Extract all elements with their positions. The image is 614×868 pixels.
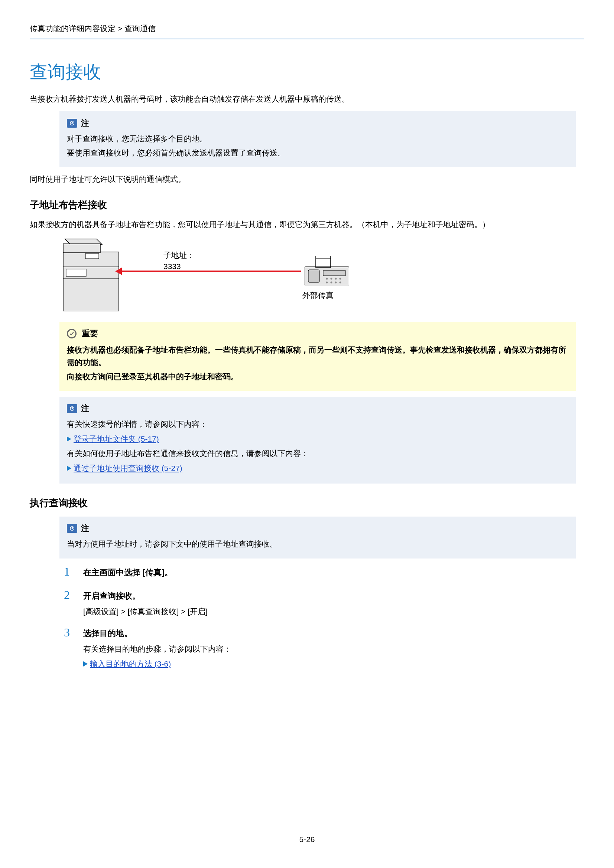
- svg-point-18: [331, 282, 333, 284]
- svg-rect-10: [316, 256, 331, 268]
- intro-paragraph: 当接收方机器拨打发送人机器的号码时，该功能会自动触发存储在发送人机器中原稿的传送…: [30, 93, 584, 105]
- svg-point-17: [326, 282, 328, 284]
- note-line: 有关如何使用子地址布告栏通信来接收文件的信息，请参阅以下内容：: [67, 447, 568, 460]
- note-line: 当对方使用子地址时，请参阅下文中的使用子地址查询接收。: [67, 538, 568, 550]
- subaddress-label: 子地址： 3333: [163, 250, 194, 272]
- step: 3 选择目的地。 有关选择目的地的步骤，请参阅以下内容： 输入目的地的方法 (3…: [59, 626, 584, 672]
- step: 1 在主画面中选择 [传真]。: [59, 565, 584, 582]
- important-icon: [67, 329, 76, 338]
- note-icon: [67, 119, 77, 128]
- link-subaddress-box[interactable]: 登录子地址文件夹 (5-17): [73, 433, 159, 445]
- svg-point-15: [335, 278, 337, 280]
- note-title: 注: [81, 116, 89, 130]
- page-number: 5-26: [0, 833, 614, 846]
- step: 2 开启查询接收。 [高级设置] > [传真查询接收] > [开启]: [59, 589, 584, 619]
- important-line: 向接收方询问已登录至其机器中的子地址和密码。: [67, 370, 568, 383]
- external-fax-label: 外部传真: [302, 289, 334, 302]
- note-box: 注 有关快速拨号的详情，请参阅以下内容： 登录子地址文件夹 (5-17) 有关如…: [59, 397, 576, 484]
- svg-rect-3: [63, 244, 100, 253]
- svg-rect-6: [66, 269, 86, 276]
- paragraph: 如果接收方的机器具备子地址布告栏功能，您可以使用子地址与其通信，即便它为第三方机…: [30, 218, 584, 231]
- note-line: 有关快速拨号的详情，请参阅以下内容：: [67, 418, 568, 431]
- svg-point-24: [71, 527, 72, 529]
- link-enter-destination[interactable]: 输入目的地的方法 (3-6): [90, 657, 171, 670]
- step-title: 选择目的地。: [83, 627, 584, 640]
- note-icon: [67, 404, 77, 413]
- mfp-icon: [63, 237, 119, 312]
- note-line: 要使用查询接收时，您必须首先确认发送机器设置了查询传送。: [67, 147, 568, 159]
- step-title: 在主画面中选择 [传真]。: [83, 566, 584, 579]
- step-detail: 有关选择目的地的步骤，请参阅以下内容：: [83, 643, 584, 656]
- note-icon: [67, 524, 77, 533]
- step-number: 3: [59, 626, 74, 672]
- svg-rect-9: [308, 270, 319, 282]
- arrow-icon: [67, 436, 72, 442]
- arrow-icon: [67, 466, 72, 471]
- diagram: 子地址： 3333 外部传真: [59, 237, 584, 315]
- step-title: 开启查询接收。: [83, 589, 584, 602]
- note-title: 注: [81, 522, 89, 535]
- note-box: 注 当对方使用子地址时，请参阅下文中的使用子地址查询接收。: [59, 516, 576, 558]
- paragraph: 同时使用子地址可允许以下说明的通信模式。: [30, 173, 584, 186]
- note-box: 注 对于查询接收，您无法选择多个目的地。 要使用查询接收时，您必须首先确认发送机…: [59, 111, 576, 167]
- note-title: 注: [81, 402, 89, 415]
- svg-rect-4: [85, 253, 99, 259]
- important-line: 接收方机器也必须配备子地址布告栏功能。一些传真机不能存储原稿，而另一些则不支持查…: [67, 344, 568, 369]
- section-heading: 子地址布告栏接收: [30, 197, 584, 213]
- svg-rect-12: [323, 271, 345, 276]
- svg-rect-2: [63, 252, 119, 312]
- arrow-icon: [83, 661, 88, 666]
- note-line: 对于查询接收，您无法选择多个目的地。: [67, 132, 568, 145]
- breadcrumb: 传真功能的详细内容设定 > 查询通信: [30, 22, 584, 39]
- svg-point-22: [71, 407, 72, 409]
- svg-point-14: [331, 278, 333, 280]
- fax-icon: [305, 256, 349, 285]
- section-heading: 执行查询接收: [30, 495, 584, 511]
- svg-point-20: [339, 282, 341, 284]
- arrow-head-icon: [115, 268, 122, 275]
- page-title: 查询接收: [30, 58, 584, 87]
- step-number: 1: [59, 565, 74, 582]
- arrow-line: [119, 271, 301, 272]
- step-number: 2: [59, 589, 74, 619]
- svg-point-16: [339, 278, 341, 280]
- link-polling-by-subaddress[interactable]: 通过子地址使用查询接收 (5-27): [73, 462, 182, 474]
- important-title: 重要: [82, 327, 98, 340]
- svg-point-13: [326, 278, 328, 280]
- svg-point-1: [71, 122, 72, 124]
- important-box: 重要 接收方机器也必须配备子地址布告栏功能。一些传真机不能存储原稿，而另一些则不…: [59, 322, 576, 391]
- step-detail: [高级设置] > [传真查询接收] > [开启]: [83, 605, 584, 618]
- svg-point-19: [335, 282, 337, 284]
